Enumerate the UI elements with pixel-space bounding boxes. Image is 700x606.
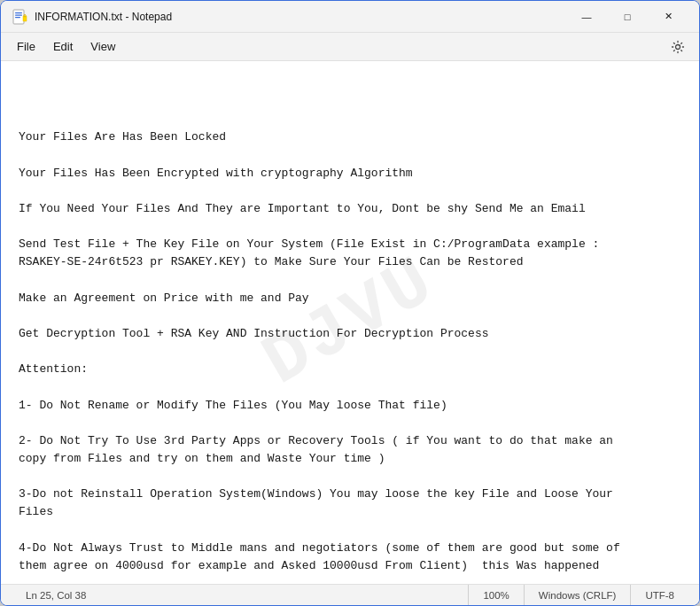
window-title: INFORMATION.txt - Notepad <box>35 11 566 23</box>
maximize-button[interactable]: □ <box>607 3 648 31</box>
encoding: UTF-8 <box>631 585 688 605</box>
settings-gear-icon[interactable] <box>664 35 692 59</box>
text-editor[interactable]: DJVU Your Files Are Has Been Locked Your… <box>1 61 699 584</box>
svg-point-6 <box>676 44 681 49</box>
title-bar: INFORMATION.txt - Notepad — □ ✕ <box>1 1 699 33</box>
minimize-button[interactable]: — <box>566 3 607 31</box>
status-bar: Ln 25, Col 38 100% Windows (CRLF) UTF-8 <box>1 584 699 605</box>
cursor-position: Ln 25, Col 38 <box>12 585 469 605</box>
app-icon <box>12 9 27 25</box>
line-ending: Windows (CRLF) <box>525 585 632 605</box>
menu-bar: File Edit View <box>1 33 699 61</box>
menu-edit[interactable]: Edit <box>44 36 82 57</box>
zoom-level: 100% <box>469 585 524 605</box>
window-controls: — □ ✕ <box>566 3 688 31</box>
notepad-window: INFORMATION.txt - Notepad — □ ✕ File Edi… <box>0 0 700 606</box>
close-button[interactable]: ✕ <box>648 3 688 31</box>
svg-rect-3 <box>15 17 20 18</box>
menu-view[interactable]: View <box>82 36 124 57</box>
menu-file[interactable]: File <box>8 36 44 57</box>
svg-rect-1 <box>15 12 22 13</box>
svg-rect-2 <box>15 14 22 15</box>
editor-content[interactable]: Your Files Are Has Been Locked Your File… <box>19 128 681 584</box>
